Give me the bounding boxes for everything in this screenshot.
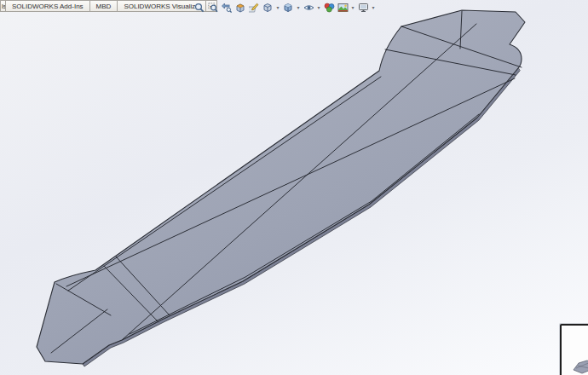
zoom-to-fit-icon[interactable] — [193, 2, 205, 14]
apply-scene-icon[interactable] — [337, 2, 349, 14]
hide-show-items-dropdown[interactable]: ▾ — [316, 2, 321, 14]
zoom-to-area-icon[interactable] — [207, 2, 219, 14]
heads-up-view-toolbar: ▾ ▾ ▾ ▾ — [193, 1, 378, 14]
mini-part-thumbnail — [565, 351, 588, 375]
mini-preview-window[interactable] — [560, 324, 588, 375]
tab-clipped[interactable]: ls — [0, 0, 6, 12]
view-orientation-dropdown[interactable]: ▾ — [275, 2, 280, 14]
dynamic-annotation-views-icon[interactable] — [248, 2, 260, 14]
section-view-icon[interactable] — [234, 2, 246, 14]
view-settings-dropdown[interactable]: ▾ — [371, 2, 376, 14]
edit-appearance-icon[interactable] — [323, 2, 335, 14]
hide-show-items-icon[interactable] — [303, 2, 314, 14]
display-style-dropdown[interactable]: ▾ — [296, 2, 301, 14]
tab-mbd[interactable]: MBD — [90, 0, 118, 12]
previous-view-icon[interactable] — [221, 2, 233, 14]
sheet-metal-part[interactable] — [37, 10, 525, 366]
tab-solidworks-add-ins[interactable]: SOLIDWORKS Add-Ins — [6, 0, 90, 12]
apply-scene-dropdown[interactable]: ▾ — [350, 2, 355, 14]
graphics-area[interactable] — [0, 0, 588, 375]
view-orientation-icon[interactable] — [262, 2, 274, 14]
display-style-icon[interactable] — [282, 2, 294, 14]
command-manager-tabs: ls SOLIDWORKS Add-Ins MBD SOLIDWORKS Vis… — [0, 0, 217, 12]
view-settings-icon[interactable] — [357, 2, 369, 14]
